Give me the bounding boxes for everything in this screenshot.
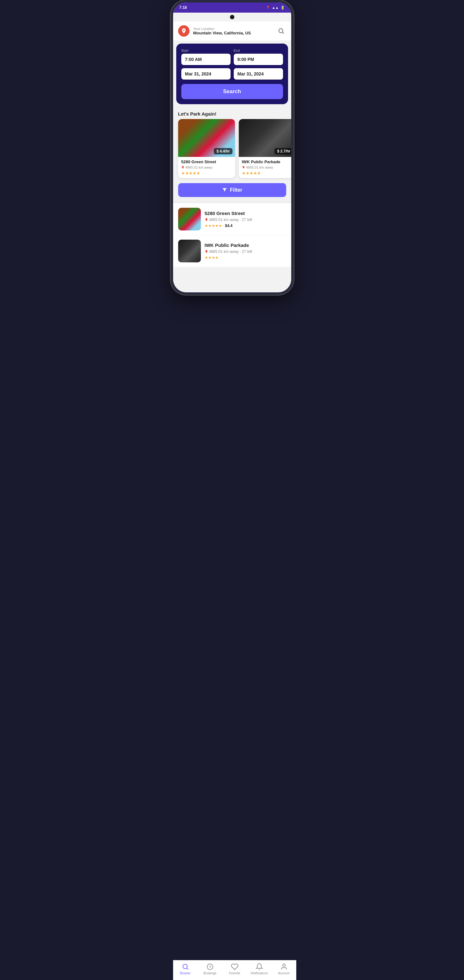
park-card-1-image: $ 4.4/hr — [178, 119, 235, 157]
your-location-label: Your Location — [193, 27, 251, 30]
list-item-2-info: IWK Public Parkade 4865.01 km away · 27 … — [205, 242, 286, 260]
park-card-1-distance: 4865.01 km away — [181, 165, 232, 169]
search-panel: Start End Search — [176, 44, 288, 104]
park-card-2-name: IWK Public Parkade — [242, 159, 291, 164]
list-item-2-image — [178, 240, 201, 262]
location-name: Mountain View, California, US — [193, 30, 251, 35]
main-content: Your Location Mountain View, California,… — [173, 21, 291, 292]
park-card-1-stars: ★★★★★ — [181, 171, 232, 175]
list-item-1-price: $4.4 — [225, 224, 233, 228]
list-item-2-distance: 4865.01 km away · 27 left — [205, 250, 286, 254]
svg-point-0 — [279, 29, 283, 33]
phone-wrapper: 7:18 📍 ▲▲ 🔋 Your Location Mountain View,… — [171, 0, 294, 295]
date-row — [181, 68, 283, 80]
list-item-1-name: 5280 Green Street — [205, 211, 286, 216]
end-time-input[interactable] — [234, 54, 283, 65]
status-bar: 7:18 📍 ▲▲ 🔋 — [173, 3, 291, 13]
park-card-1-info: 5280 Green Street 4865.01 km away ★★★★★ — [178, 157, 235, 178]
camera-notch — [173, 13, 291, 21]
park-card-2-stars: ★★★★★ — [242, 171, 291, 175]
filter-button[interactable]: Filter — [178, 183, 286, 197]
start-date-col — [181, 68, 231, 80]
map-pin-svg — [181, 28, 187, 34]
pin-icon-1 — [181, 165, 185, 169]
list-item-1-rating: ★★★★★ · $4.4 — [205, 224, 286, 228]
search-button[interactable]: Search — [181, 84, 283, 99]
end-label: End — [234, 49, 283, 52]
time-row: Start End — [181, 49, 283, 65]
end-date-col — [234, 68, 283, 80]
start-date-input[interactable] — [181, 68, 231, 80]
park-card-2-distance: 4865.01 km away — [242, 165, 291, 169]
lets-park-title: Let's Park Again! — [173, 107, 291, 119]
start-time-col: Start — [181, 49, 231, 65]
list-item-2-name: IWK Public Parkade — [205, 242, 286, 248]
end-time-col: End — [234, 49, 283, 65]
search-header-icon — [277, 27, 285, 34]
status-icons: 📍 ▲▲ 🔋 — [266, 6, 285, 10]
end-date-input[interactable] — [234, 68, 283, 80]
list-item-2-rating: ★★★★ — [205, 255, 286, 260]
list-item-1-distance: 4865.01 km away · 27 left — [205, 218, 286, 222]
start-time-input[interactable] — [181, 54, 231, 65]
list-item-1-image — [178, 208, 201, 231]
park-card-2-image: $ 2.7/hr — [239, 119, 291, 157]
list-pin-icon-2 — [205, 250, 208, 253]
header-left: Your Location Mountain View, California,… — [178, 25, 251, 37]
list-item-1-thumb — [178, 208, 201, 231]
location-status-icon: 📍 — [266, 6, 270, 10]
park-card-1-price: $ 4.4/hr — [214, 148, 232, 154]
list-item-1-info: 5280 Green Street 4865.01 km away · 27 l… — [205, 211, 286, 228]
battery-icon: 🔋 — [281, 6, 285, 10]
search-header-button[interactable] — [276, 26, 286, 36]
park-card-2-price: $ 2.7/hr — [274, 148, 291, 154]
status-time: 7:18 — [179, 5, 187, 10]
svg-line-1 — [282, 32, 284, 33]
camera-dot — [230, 15, 234, 19]
list-pin-icon-1 — [205, 218, 208, 222]
park-card-1[interactable]: $ 4.4/hr 5280 Green Street 4865.01 km aw… — [178, 119, 235, 178]
wifi-icon: ▲▲ — [272, 6, 279, 10]
list-item-1[interactable]: 5280 Green Street 4865.01 km away · 27 l… — [173, 203, 291, 235]
park-card-2-info: IWK Public Parkade 4865.01 km away ★★★★★ — [239, 157, 291, 178]
list-item-2-thumb — [178, 240, 201, 262]
divider-1 — [173, 201, 291, 203]
park-card-2[interactable]: $ 2.7/hr IWK Public Parkade 4865.01 km a… — [239, 119, 291, 178]
filter-icon — [222, 187, 227, 193]
pin-icon-2 — [242, 165, 245, 169]
start-label: Start — [181, 49, 231, 52]
location-pin-icon — [178, 25, 190, 37]
horizontal-park-cards: $ 4.4/hr 5280 Green Street 4865.01 km aw… — [173, 119, 291, 182]
filter-button-label: Filter — [230, 187, 242, 193]
list-item-2[interactable]: IWK Public Parkade 4865.01 km away · 27 … — [173, 235, 291, 267]
park-card-1-name: 5280 Green Street — [181, 159, 232, 164]
location-text: Your Location Mountain View, California,… — [193, 27, 251, 35]
header: Your Location Mountain View, California,… — [173, 21, 291, 40]
